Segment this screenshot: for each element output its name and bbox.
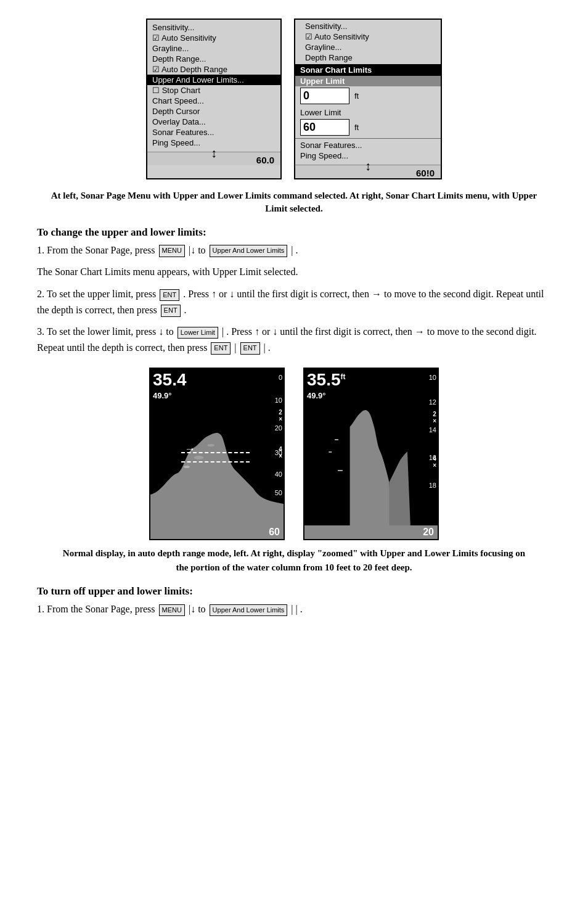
- left-sonar-inner: 35.4 49.9° →: [150, 369, 284, 539]
- left-terrain-svg: [150, 414, 284, 525]
- para1-pipe: |: [291, 245, 293, 255]
- right-auto-sensitivity: Auto Sensitivity: [300, 31, 436, 42]
- last-period: .: [300, 604, 303, 614]
- dash-line-2: [181, 461, 250, 463]
- upper-lower-key: Upper And Lower Limits: [210, 245, 288, 257]
- para3-pipe2: |: [234, 342, 239, 353]
- last-paragraph: 1. From the Sonar Page, press MENU |↓ to…: [37, 601, 551, 617]
- para1-arrow-down: |↓: [189, 245, 195, 255]
- menu-item-depth-cursor: Depth Cursor: [147, 106, 280, 117]
- right-scale-12: 12: [429, 398, 436, 406]
- right-menu-box: Sensitivity... Auto Sensitivity Grayline…: [294, 19, 442, 179]
- left-scale-40: 40: [275, 471, 282, 478]
- para2-part1: 2. To set the upper limit, press: [37, 289, 156, 299]
- left-zoom-4x: 4×: [279, 446, 282, 459]
- enter-key-1: ENT: [160, 289, 179, 302]
- left-depth-reading: 35.4: [153, 371, 187, 389]
- dash-line-1: [181, 452, 250, 453]
- lower-limit-key: Lower Limit: [178, 327, 218, 339]
- right-depth-reading: 35.5ft: [307, 371, 346, 389]
- menu-item-depth-range: Depth Range...: [147, 54, 280, 64]
- section1-heading: To change the upper and lower limits:: [37, 225, 551, 240]
- menu-item-upper-lower: Upper And Lower Limits...: [147, 75, 280, 85]
- right-depth-value: 35.5: [307, 370, 341, 389]
- last-menu-key: MENU: [159, 604, 185, 617]
- upper-limit-row: 0 ft: [295, 86, 441, 105]
- lower-limit-label: Lower Limit: [295, 105, 441, 118]
- last-to: to: [198, 604, 208, 614]
- right-sensitivity: Sensitivity...: [300, 21, 436, 31]
- right-sonar-display: 35.5ft 49.9°: [303, 368, 439, 540]
- left-menu-bottom: ↕ 60.0: [147, 152, 280, 165]
- paragraph-1: 1. From the Sonar Page, press MENU |↓ to…: [37, 242, 551, 258]
- right-bottom-value: 60!0: [416, 168, 435, 178]
- right-top-items: Sensitivity... Auto Sensitivity Grayline…: [295, 20, 441, 64]
- display-caption: Normal display, in auto depth range mode…: [62, 546, 526, 574]
- right-scale-18: 18: [429, 482, 436, 489]
- left-arrow: →: [184, 443, 195, 456]
- left-scale-20: 20: [275, 424, 282, 432]
- svg-rect-9: [335, 439, 338, 440]
- menu-item-overlay-data: Overlay Data...: [147, 117, 280, 127]
- menu-item-chart-speed: Chart Speed...: [147, 96, 280, 106]
- left-scale-0: 0: [279, 374, 282, 381]
- menu-item-sensitivity: Sensitivity...: [147, 22, 280, 33]
- left-sonar-display: 35.4 49.9° →: [149, 368, 285, 540]
- left-depth-value: 35.4: [153, 370, 187, 389]
- right-depth-range: Depth Range: [300, 52, 436, 63]
- para2-period: .: [184, 305, 187, 315]
- sonar-chart-limits-header: Sonar Chart Limits: [295, 64, 441, 76]
- menu-item-auto-sensitivity: Auto Sensitivity: [147, 33, 280, 43]
- para3-part1: 3. To set the lower limit, press ↓ to: [37, 326, 174, 337]
- section2-heading: To turn off upper and lower limits:: [37, 584, 551, 599]
- left-zoom-2x: 2×: [279, 409, 282, 422]
- para1-period: .: [296, 245, 298, 255]
- left-temp-reading: 49.9°: [153, 391, 172, 400]
- last-upper-lower-key: Upper And Lower Limits: [210, 604, 288, 617]
- right-scale-10: 10: [429, 374, 436, 381]
- right-scale-14: 14: [429, 426, 436, 434]
- left-bottom-value: 60.0: [256, 155, 274, 165]
- menu-item-grayline: Grayline...: [147, 43, 280, 54]
- right-sonar-inner: 35.5ft 49.9°: [304, 369, 438, 539]
- upper-limit-unit: ft: [354, 91, 359, 101]
- lower-limit-unit: ft: [354, 123, 359, 132]
- right-display-bottom: 20: [304, 525, 438, 539]
- svg-rect-10: [329, 451, 332, 453]
- last-arrow-down: |↓: [189, 604, 195, 614]
- svg-rect-11: [338, 470, 343, 471]
- right-sonar-features: Sonar Features...: [295, 140, 441, 150]
- right-grayline: Grayline...: [300, 42, 436, 52]
- top-caption: At left, Sonar Page Menu with Upper and …: [49, 189, 539, 215]
- right-bottom-value: 20: [423, 527, 434, 538]
- lower-limit-value[interactable]: 60: [300, 119, 349, 136]
- menu-item-stop-chart: Stop Chart: [147, 85, 280, 96]
- para1-part1: 1. From the Sonar Page, press: [37, 245, 155, 255]
- right-menu-bottom: ↕ 60!0: [295, 165, 441, 178]
- last-pipe2: |: [296, 604, 298, 614]
- last-para-text: 1. From the Sonar Page, press: [37, 604, 155, 614]
- svg-point-3: [194, 456, 204, 459]
- svg-point-5: [184, 466, 190, 468]
- para1-to: to: [198, 245, 208, 255]
- left-bottom-value: 60: [269, 527, 280, 538]
- cursor-icon: ↕: [211, 146, 217, 160]
- enter-key-3: ENT: [211, 342, 231, 355]
- left-scale-10: 10: [275, 397, 282, 404]
- upper-limit-label: Upper Limit: [295, 76, 441, 86]
- upper-limit-value[interactable]: 0: [300, 88, 349, 104]
- menu-key: MENU: [159, 245, 185, 257]
- right-zoom-4x: 4×: [433, 455, 436, 469]
- right-zoom-2x: 2×: [433, 411, 436, 424]
- screenshots-row: Sensitivity... Auto Sensitivity Grayline…: [37, 19, 551, 179]
- para3-pipe3: |: [264, 342, 268, 353]
- right-terrain-svg: [304, 390, 438, 525]
- paragraph-1-sub: The Sonar Chart Limits menu appears, wit…: [37, 264, 551, 280]
- paragraph-3: 3. To set the lower limit, press ↓ to Lo…: [37, 324, 551, 355]
- right-depth-unit: ft: [341, 372, 346, 381]
- last-pipe1: |: [291, 604, 293, 614]
- left-display-bottom: 60: [150, 525, 284, 539]
- left-menu-box: Sensitivity... Auto Sensitivity Grayline…: [146, 19, 282, 179]
- menu-item-sonar-features: Sonar Features...: [147, 127, 280, 138]
- lower-limit-row: 60 ft: [295, 118, 441, 137]
